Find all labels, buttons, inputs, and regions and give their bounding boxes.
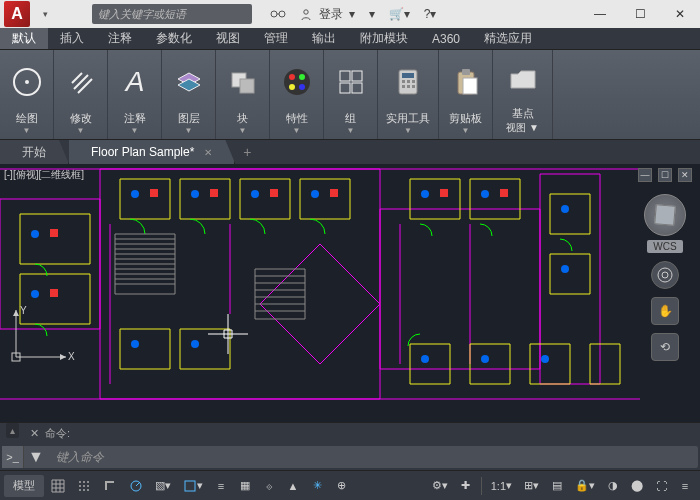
- svg-rect-20: [402, 80, 405, 83]
- vp-minimize-icon[interactable]: —: [638, 168, 652, 182]
- quickprops-icon[interactable]: ▤: [546, 475, 568, 497]
- vp-close-icon[interactable]: ✕: [678, 168, 692, 182]
- vp-maximize-icon[interactable]: ☐: [658, 168, 672, 182]
- svg-rect-84: [330, 189, 338, 197]
- ortho-toggle-icon[interactable]: [98, 475, 122, 497]
- app-menu-button[interactable]: A: [4, 1, 30, 27]
- viewcube[interactable]: [644, 194, 686, 236]
- svg-point-5: [25, 80, 29, 84]
- svg-rect-21: [407, 80, 410, 83]
- signin-button[interactable]: 登录 ▾: [300, 6, 355, 23]
- minimize-button[interactable]: —: [580, 0, 620, 28]
- ribbon-tab-view[interactable]: 视图: [204, 28, 252, 49]
- scale-list-button[interactable]: 1:1▾: [486, 475, 517, 497]
- polar-toggle-icon[interactable]: [124, 475, 148, 497]
- svg-point-12: [299, 84, 305, 90]
- close-button[interactable]: ✕: [660, 0, 700, 28]
- annoscale-auto-icon[interactable]: ✳: [306, 475, 328, 497]
- ribbon-tab-output[interactable]: 输出: [300, 28, 348, 49]
- maximize-button[interactable]: ☐: [620, 0, 660, 28]
- lineweight-icon[interactable]: ≡: [210, 475, 232, 497]
- statusbar: 模型 ▧▾ ▾ ≡ ▦ ⟐ ▲ ✳ ⊕ ⚙▾ ✚ 1:1▾ ⊞▾ ▤ 🔒▾ ◑ …: [0, 470, 700, 500]
- grid-toggle-icon[interactable]: [46, 475, 70, 497]
- panel-draw[interactable]: 绘图▼: [0, 50, 54, 139]
- search-placeholder: 键入关键字或短语: [98, 7, 186, 22]
- steering-wheel-icon[interactable]: [651, 261, 679, 289]
- ribbon-tab-insert[interactable]: 插入: [48, 28, 96, 49]
- pan-icon[interactable]: ✋: [651, 297, 679, 325]
- svg-rect-16: [340, 83, 350, 93]
- panel-groups[interactable]: 组▼: [324, 50, 378, 139]
- units-icon[interactable]: ⊞▾: [519, 475, 544, 497]
- command-prompt-icon[interactable]: >_: [2, 446, 24, 468]
- model-space-button[interactable]: 模型: [4, 475, 44, 497]
- ribbon-tabs: 默认 插入 注释 参数化 视图 管理 输出 附加模块 A360 精选应用: [0, 28, 700, 50]
- viewport-label[interactable]: [-][俯视][二维线框]: [4, 168, 84, 182]
- cleanscreen-icon[interactable]: ⛶: [650, 475, 672, 497]
- svg-rect-52: [240, 179, 290, 219]
- new-tab-button[interactable]: +: [235, 140, 259, 164]
- panel-utilities[interactable]: 实用工具▼: [378, 50, 439, 139]
- svg-point-3: [304, 10, 308, 14]
- workspace-icon[interactable]: ⚙▾: [427, 475, 453, 497]
- help-icon[interactable]: ?▾: [424, 7, 437, 21]
- panel-properties[interactable]: 特性▼: [270, 50, 324, 139]
- panel-layers[interactable]: 图层▼: [162, 50, 216, 139]
- qat-dropdown-icon[interactable]: ▾: [38, 7, 52, 21]
- annoscale-add-icon[interactable]: ⊕: [330, 475, 352, 497]
- binoculars-icon[interactable]: [270, 8, 286, 20]
- doc-tab-start[interactable]: 开始: [0, 140, 69, 164]
- lock-ui-icon[interactable]: 🔒▾: [570, 475, 600, 497]
- annoscale-icon[interactable]: ▲: [282, 475, 304, 497]
- svg-rect-55: [180, 329, 230, 369]
- document-tabs: 开始 Floor Plan Sample*✕ +: [0, 140, 700, 164]
- search-input[interactable]: 键入关键字或短语: [92, 4, 252, 24]
- cart-icon[interactable]: 🛒▾: [389, 7, 410, 21]
- panel-block[interactable]: 块▼: [216, 50, 270, 139]
- isodraft-icon[interactable]: ▧▾: [150, 475, 176, 497]
- close-tab-icon[interactable]: ✕: [204, 147, 212, 158]
- svg-rect-60: [410, 344, 450, 384]
- titlebar: A ▾ 键入关键字或短语 登录 ▾ ▾ 🛒▾ ?▾ — ☐ ✕: [0, 0, 700, 28]
- ribbon-tab-featured[interactable]: 精选应用: [472, 28, 544, 49]
- exchange-icon[interactable]: ▾: [369, 7, 375, 21]
- ribbon-tab-annotate[interactable]: 注释: [96, 28, 144, 49]
- navigation-bar: WCS ✋ ⟲: [638, 194, 692, 361]
- doc-tab-floorplan[interactable]: Floor Plan Sample*✕: [69, 140, 235, 164]
- ribbon-tab-default[interactable]: 默认: [0, 28, 48, 49]
- drawing-viewport[interactable]: [-][俯视][二维线框] — ☐ ✕ WCS ✋ ⟲ X Y: [0, 164, 700, 422]
- cmd-history-toggle-icon[interactable]: ▴: [6, 423, 19, 438]
- osnap-toggle-icon[interactable]: ▾: [178, 475, 208, 497]
- ribbon-tab-manage[interactable]: 管理: [252, 28, 300, 49]
- ribbon-tab-parametric[interactable]: 参数化: [144, 28, 204, 49]
- wcs-badge[interactable]: WCS: [647, 240, 682, 253]
- svg-point-113: [87, 485, 89, 487]
- panel-modify[interactable]: 修改▼: [54, 50, 108, 139]
- panel-base[interactable]: 基点 视图 ▼: [493, 50, 553, 139]
- svg-rect-14: [340, 71, 350, 81]
- svg-point-69: [311, 190, 319, 198]
- svg-point-64: [31, 230, 39, 238]
- hardware-accel-icon[interactable]: ⬤: [626, 475, 648, 497]
- orbit-icon[interactable]: ⟲: [651, 333, 679, 361]
- text-icon: A: [118, 54, 152, 109]
- svg-text:Y: Y: [20, 305, 27, 316]
- svg-rect-19: [402, 73, 414, 78]
- svg-rect-59: [550, 254, 590, 294]
- panel-clipboard[interactable]: 剪贴板▼: [439, 50, 493, 139]
- customize-status-icon[interactable]: ≡: [674, 475, 696, 497]
- infocenter: 登录 ▾ ▾ 🛒▾ ?▾: [270, 6, 436, 23]
- panel-annotation[interactable]: A 注释▼: [108, 50, 162, 139]
- transparency-icon[interactable]: ▦: [234, 475, 256, 497]
- ribbon-tab-addins[interactable]: 附加模块: [348, 28, 420, 49]
- snap-toggle-icon[interactable]: [72, 475, 96, 497]
- isolate-icon[interactable]: ◑: [602, 475, 624, 497]
- anno-monitor-icon[interactable]: ✚: [455, 475, 477, 497]
- layers-icon: [172, 54, 206, 109]
- svg-rect-57: [470, 179, 520, 219]
- ribbon-tab-a360[interactable]: A360: [420, 28, 472, 49]
- cycling-icon[interactable]: ⟐: [258, 475, 280, 497]
- command-input[interactable]: 键入命令: [48, 449, 698, 466]
- svg-rect-79: [50, 229, 58, 237]
- folder-icon: [506, 54, 540, 104]
